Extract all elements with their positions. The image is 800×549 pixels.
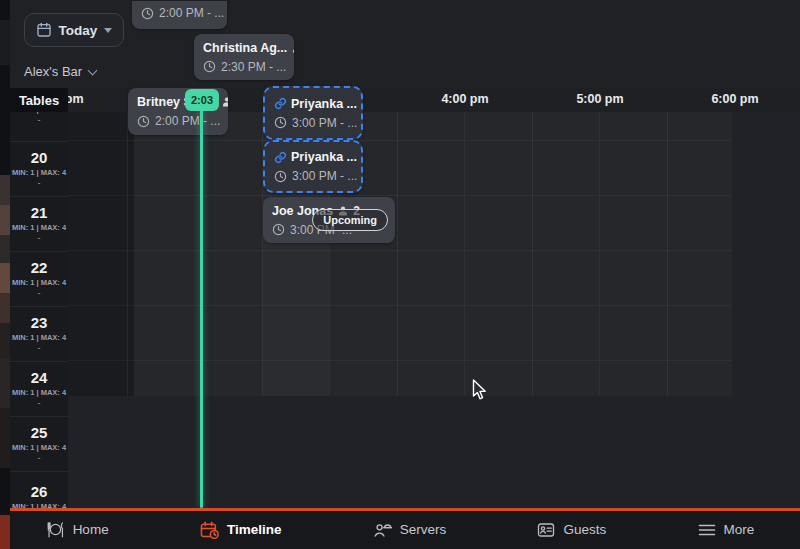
clock-icon bbox=[274, 116, 287, 129]
time-label: 4:00 pm bbox=[441, 92, 488, 106]
link-icon bbox=[274, 97, 287, 110]
nav-item-servers[interactable]: Servers bbox=[373, 521, 447, 538]
nav-label: Servers bbox=[400, 522, 447, 537]
table-number: 21 bbox=[31, 205, 48, 221]
table-row[interactable]: 20MIN: 1 | MAX: 4- bbox=[10, 142, 68, 197]
table-row[interactable]: 26MIN: 1 | MAX: 4 bbox=[10, 472, 68, 508]
table-number: 23 bbox=[31, 315, 48, 331]
nav-item-home[interactable]: Home bbox=[46, 521, 109, 538]
mouse-cursor bbox=[472, 379, 487, 401]
person-icon bbox=[221, 96, 228, 108]
nav-label: Timeline bbox=[227, 522, 282, 537]
status-badge: Upcoming bbox=[312, 209, 388, 231]
server-person-icon bbox=[373, 521, 392, 538]
reservation-card[interactable]: Joe Jonas23:00 PM -...Upcoming bbox=[263, 197, 395, 243]
table-number: 24 bbox=[31, 370, 48, 386]
nav-item-more[interactable]: More bbox=[698, 522, 755, 537]
table-row[interactable]: MIN: 1 | MAX: 4- bbox=[10, 112, 68, 142]
tables-rows: MIN: 1 | MAX: 4-20MIN: 1 | MAX: 4-21MIN:… bbox=[10, 112, 68, 508]
table-min-max: MIN: 1 | MAX: 4 bbox=[12, 443, 66, 452]
table-min-max: MIN: 1 | MAX: 4 bbox=[12, 112, 66, 114]
guest-name: Christina Ag... bbox=[203, 41, 287, 55]
reservation-name-row: Christina Ag...2 bbox=[203, 41, 285, 55]
reservation-card[interactable]: Priyanka ...23:00 PM - ... bbox=[263, 86, 363, 140]
link-icon bbox=[274, 151, 287, 164]
nav-label: Guests bbox=[563, 522, 606, 537]
nav-label: Home bbox=[73, 522, 109, 537]
table-min-max: MIN: 1 | MAX: 4 bbox=[12, 168, 66, 177]
restaurant-icon bbox=[46, 521, 65, 538]
clock-icon bbox=[272, 223, 285, 236]
table-status: - bbox=[38, 234, 41, 242]
clock-icon bbox=[137, 115, 150, 128]
table-min-max: MIN: 1 | MAX: 4 bbox=[12, 333, 66, 342]
calendar-icon bbox=[36, 22, 52, 38]
guest-name: Priyanka ... bbox=[291, 97, 357, 111]
person-icon bbox=[361, 98, 363, 110]
venue-name: Alex's Bar bbox=[24, 64, 82, 79]
table-min-max: MIN: 1 | MAX: 4 bbox=[12, 223, 66, 232]
reservation-card[interactable]: Christina Ag...22:30 PM - ... bbox=[194, 34, 294, 80]
table-status: - bbox=[38, 344, 41, 352]
calendar-clock-icon bbox=[200, 521, 219, 539]
row-gridline bbox=[0, 195, 732, 196]
time-label: 5:00 pm bbox=[576, 92, 623, 106]
reservation-time-row: 3:00 PM - ... bbox=[274, 169, 352, 183]
menu-icon bbox=[698, 523, 716, 537]
table-row[interactable]: 25MIN: 1 | MAX: 4- bbox=[10, 417, 68, 472]
reservation-name-row: Priyanka ...2 bbox=[274, 150, 352, 164]
table-status: - bbox=[38, 289, 41, 297]
reservation-time: 2:30 PM - ... bbox=[221, 60, 286, 74]
table-number: 25 bbox=[31, 425, 48, 441]
clock-icon bbox=[141, 7, 154, 20]
nav-item-timeline[interactable]: Timeline bbox=[200, 521, 282, 539]
table-number: 22 bbox=[31, 260, 48, 276]
table-row[interactable]: 23MIN: 1 | MAX: 4- bbox=[10, 307, 68, 362]
guest-card-icon bbox=[537, 522, 555, 538]
today-button[interactable]: Today bbox=[24, 13, 124, 47]
reservation-time: 3:00 PM - ... bbox=[292, 116, 357, 130]
row-gridline bbox=[0, 305, 732, 306]
nav-item-guests[interactable]: Guests bbox=[537, 522, 606, 538]
guest-name: Priyanka ... bbox=[291, 150, 357, 164]
current-time-line bbox=[200, 110, 203, 508]
row-gridline bbox=[0, 360, 732, 361]
table-row[interactable]: 22MIN: 1 | MAX: 4- bbox=[10, 252, 68, 307]
reservation-time-row: 2:00 PM - ... bbox=[137, 114, 219, 128]
table-min-max: MIN: 1 | MAX: 4 bbox=[12, 388, 66, 397]
person-icon bbox=[291, 42, 294, 54]
chevron-down-icon bbox=[88, 65, 98, 75]
table-status: - bbox=[38, 454, 41, 462]
row-gridline bbox=[0, 140, 732, 141]
bottom-nav: HomeTimelineServersGuestsMore bbox=[0, 511, 800, 549]
reservation-time: 2:00 PM - ... bbox=[159, 6, 224, 20]
reservation-time: 2:00 PM - ... bbox=[155, 114, 220, 128]
top-bar: Today Alex's Bar bbox=[10, 0, 800, 88]
table-min-max: MIN: 1 | MAX: 4 bbox=[12, 278, 66, 287]
table-number: 26 bbox=[31, 484, 48, 500]
table-status: - bbox=[38, 116, 41, 124]
current-time-badge: 2:03 bbox=[185, 89, 219, 111]
chevron-down-icon bbox=[104, 28, 112, 33]
reservation-card[interactable]: Priyanka ...23:00 PM - ... bbox=[263, 140, 363, 193]
left-edge-artifact-strip bbox=[0, 0, 10, 549]
reservation-time: 3:00 PM - ... bbox=[292, 169, 357, 183]
table-number: 20 bbox=[31, 150, 48, 166]
venue-selector[interactable]: Alex's Bar bbox=[24, 64, 96, 79]
reservation-time-row: 2:00 PM - ... bbox=[141, 6, 218, 20]
today-label: Today bbox=[59, 23, 98, 38]
row-gridline bbox=[0, 250, 732, 251]
timeline-screen: Today Alex's Bar 1:00 pm2:00 pm3:00 pm4:… bbox=[0, 0, 800, 549]
nav-label: More bbox=[724, 522, 755, 537]
table-status: - bbox=[38, 399, 41, 407]
table-row[interactable]: 24MIN: 1 | MAX: 4- bbox=[10, 362, 68, 417]
table-row[interactable]: 21MIN: 1 | MAX: 4- bbox=[10, 197, 68, 252]
tables-panel: Tables MIN: 1 | MAX: 4-20MIN: 1 | MAX: 4… bbox=[10, 88, 68, 508]
clock-icon bbox=[203, 60, 216, 73]
clock-icon bbox=[274, 170, 287, 183]
person-icon bbox=[361, 151, 363, 163]
reservation-time-row: 3:00 PM - ... bbox=[274, 116, 352, 130]
reservation-name-row: Priyanka ...2 bbox=[274, 97, 352, 111]
tables-header: Tables bbox=[10, 88, 68, 112]
reservation-card[interactable]: 2:00 PM - ... bbox=[132, 1, 227, 29]
